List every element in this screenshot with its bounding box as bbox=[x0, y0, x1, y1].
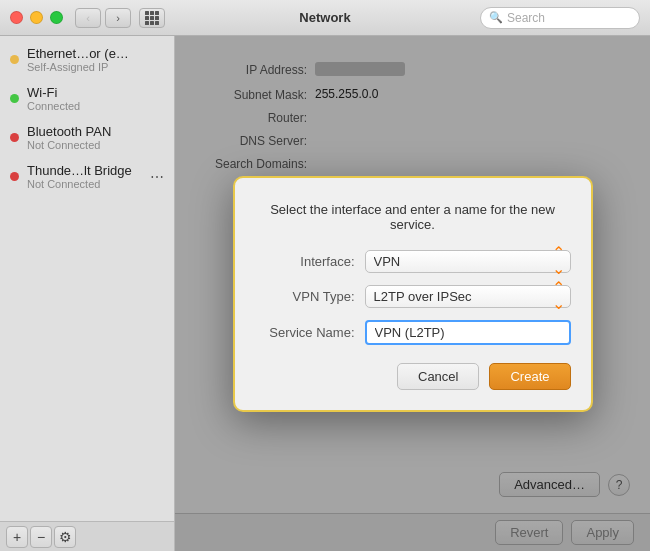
sidebar-item-thunderbolt[interactable]: Thunde…lt Bridge Not Connected ⋯ bbox=[0, 157, 174, 196]
add-service-button[interactable]: + bbox=[6, 526, 28, 548]
status-dot-bluetooth bbox=[10, 133, 19, 142]
minimize-button[interactable] bbox=[30, 11, 43, 24]
nav-buttons: ‹ › bbox=[75, 8, 131, 28]
interface-label: Interface: bbox=[255, 254, 365, 269]
vpn-type-select[interactable]: L2TP over IPSec PPTP IKEv2 Cisco IPSec bbox=[365, 285, 571, 308]
sidebar-toolbar: + − ⚙ bbox=[0, 521, 174, 551]
status-dot-ethernet bbox=[10, 55, 19, 64]
grid-icon bbox=[145, 11, 159, 25]
sidebar-item-wifi[interactable]: Wi-Fi Connected bbox=[0, 79, 174, 118]
back-button[interactable]: ‹ bbox=[75, 8, 101, 28]
modal-buttons: Cancel Create bbox=[255, 363, 571, 390]
vpn-type-row: VPN Type: L2TP over IPSec PPTP IKEv2 Cis… bbox=[255, 285, 571, 308]
modal-form: Interface: VPN Ethernet Wi-Fi Bluetooth … bbox=[255, 250, 571, 345]
interface-select-wrapper: VPN Ethernet Wi-Fi Bluetooth PAN ⌃⌄ bbox=[365, 250, 571, 273]
sidebar-item-sub-bluetooth: Not Connected bbox=[27, 139, 164, 151]
vpn-type-select-wrapper: L2TP over IPSec PPTP IKEv2 Cisco IPSec ⌃… bbox=[365, 285, 571, 308]
cancel-button[interactable]: Cancel bbox=[397, 363, 479, 390]
sidebar-item-sub-thunderbolt: Not Connected bbox=[27, 178, 142, 190]
modal-overlay: Select the interface and enter a name fo… bbox=[175, 36, 650, 551]
service-name-label: Service Name: bbox=[255, 325, 365, 340]
create-button[interactable]: Create bbox=[489, 363, 570, 390]
remove-service-button[interactable]: − bbox=[30, 526, 52, 548]
sidebar-item-bluetooth[interactable]: Bluetooth PAN Not Connected bbox=[0, 118, 174, 157]
sidebar-item-sub-wifi: Connected bbox=[27, 100, 164, 112]
action-menu-button[interactable]: ⚙ bbox=[54, 526, 76, 548]
sidebar-item-name-ethernet: Ethernet…or (e… bbox=[27, 46, 164, 61]
maximize-button[interactable] bbox=[50, 11, 63, 24]
sidebar-item-name-wifi: Wi-Fi bbox=[27, 85, 164, 100]
sidebar-item-name-thunderbolt: Thunde…lt Bridge bbox=[27, 163, 142, 178]
service-name-row: Service Name: bbox=[255, 320, 571, 345]
thunderbolt-icon: ⋯ bbox=[150, 169, 164, 185]
title-bar: ‹ › Network 🔍 Search bbox=[0, 0, 650, 36]
status-dot-wifi bbox=[10, 94, 19, 103]
sidebar-item-name-bluetooth: Bluetooth PAN bbox=[27, 124, 164, 139]
search-placeholder: Search bbox=[507, 11, 545, 25]
service-name-input[interactable] bbox=[365, 320, 571, 345]
main-area: Ethernet…or (e… Self-Assigned IP Wi-Fi C… bbox=[0, 36, 650, 551]
status-dot-thunderbolt bbox=[10, 172, 19, 181]
sidebar-item-ethernet[interactable]: Ethernet…or (e… Self-Assigned IP bbox=[0, 40, 174, 79]
sidebar-list: Ethernet…or (e… Self-Assigned IP Wi-Fi C… bbox=[0, 36, 174, 521]
interface-row: Interface: VPN Ethernet Wi-Fi Bluetooth … bbox=[255, 250, 571, 273]
interface-select[interactable]: VPN Ethernet Wi-Fi Bluetooth PAN bbox=[365, 250, 571, 273]
traffic-lights bbox=[10, 11, 63, 24]
new-service-dialog: Select the interface and enter a name fo… bbox=[233, 176, 593, 412]
sidebar: Ethernet…or (e… Self-Assigned IP Wi-Fi C… bbox=[0, 36, 175, 551]
window-title: Network bbox=[299, 10, 350, 25]
search-bar[interactable]: 🔍 Search bbox=[480, 7, 640, 29]
grid-button[interactable] bbox=[139, 8, 165, 28]
search-icon: 🔍 bbox=[489, 11, 503, 24]
forward-button[interactable]: › bbox=[105, 8, 131, 28]
close-button[interactable] bbox=[10, 11, 23, 24]
vpn-type-label: VPN Type: bbox=[255, 289, 365, 304]
modal-title: Select the interface and enter a name fo… bbox=[255, 202, 571, 232]
sidebar-item-sub-ethernet: Self-Assigned IP bbox=[27, 61, 164, 73]
